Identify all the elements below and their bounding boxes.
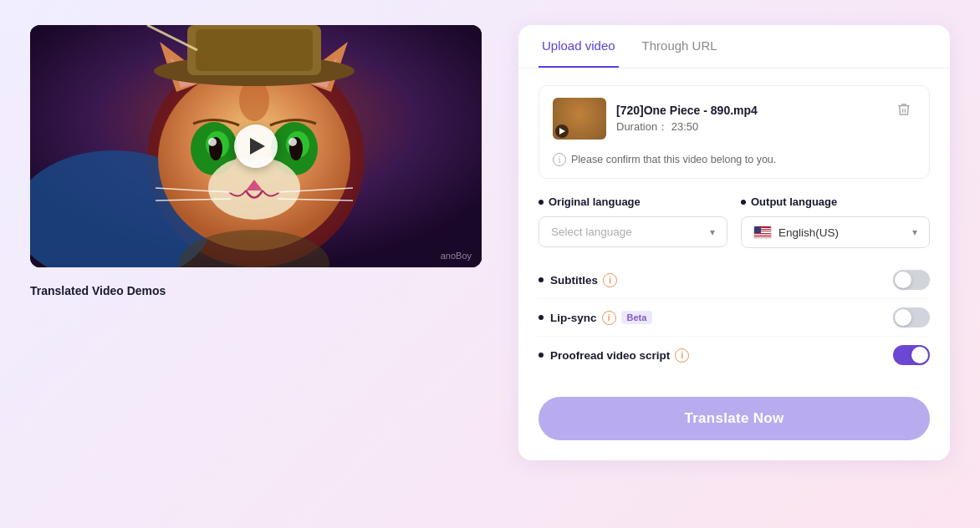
proofread-text: Proofread video script (550, 349, 670, 362)
thumb-play-triangle (559, 128, 565, 135)
file-thumbnail (553, 98, 606, 140)
tab-upload-video[interactable]: Upload video (538, 25, 619, 68)
original-language-col: Original language Select language ▾ (538, 195, 727, 248)
file-info: [720]One Piece - 890.mp4 Duration： 23:50 (616, 104, 882, 135)
proofread-info-icon[interactable]: i (675, 348, 689, 363)
right-panel: Upload video Through URL [720]One Piece … (518, 25, 950, 460)
translate-now-button[interactable]: Translate Now (538, 397, 930, 440)
lipsync-text: Lip-sync (550, 312, 597, 324)
left-panel: anoBoy Translated Video Demos (30, 25, 498, 460)
watermark: anoBoy (441, 251, 472, 261)
lipsync-label: Lip-sync i Beta (538, 311, 652, 325)
subtitles-toggle-knob (895, 272, 911, 288)
output-dot (741, 200, 746, 205)
lipsync-toggle-knob (895, 309, 911, 326)
lipsync-dot (538, 315, 544, 320)
svg-rect-25 (196, 29, 313, 71)
original-language-select[interactable]: Select language ▾ (538, 216, 727, 247)
output-language-label: Output language (741, 195, 930, 208)
lipsync-toggle[interactable] (893, 307, 930, 327)
chevron-down-output-icon: ▾ (912, 226, 917, 238)
svg-point-15 (208, 138, 217, 146)
tabs-bar: Upload video Through URL (518, 25, 950, 69)
file-duration: Duration： 23:50 (616, 119, 882, 135)
subtitles-dot (538, 277, 544, 282)
info-icon: i (553, 153, 566, 166)
original-dot (538, 200, 544, 205)
proofread-row: Proofread video script i (538, 337, 930, 373)
subtitles-info-icon[interactable]: i (603, 273, 617, 287)
flag-us-icon (753, 226, 772, 239)
lipsync-row: Lip-sync i Beta (538, 299, 930, 337)
delete-button[interactable] (892, 98, 916, 121)
subtitles-toggle[interactable] (893, 270, 930, 290)
beta-badge: Beta (621, 311, 653, 324)
original-language-label: Original language (538, 195, 727, 208)
trash-icon (896, 102, 911, 117)
play-button[interactable] (234, 124, 278, 168)
confirm-message: i Please confirm that this video belong … (553, 150, 916, 166)
output-value-row: English(US) (753, 226, 839, 239)
tab-through-url[interactable]: Through URL (639, 25, 721, 68)
output-language-select[interactable]: English(US) ▾ (741, 216, 930, 248)
language-section: Original language Select language ▾ Outp… (518, 179, 950, 248)
output-language-value: English(US) (778, 226, 839, 239)
original-label-text: Original language (549, 195, 641, 208)
video-player: anoBoy (30, 25, 482, 267)
proofread-dot (538, 353, 544, 358)
main-container: anoBoy Translated Video Demos Upload vid… (30, 17, 950, 460)
file-name: [720]One Piece - 890.mp4 (616, 104, 882, 117)
file-row: [720]One Piece - 890.mp4 Duration： 23:50 (553, 98, 916, 140)
confirm-text: Please confirm that this video belong to… (571, 154, 776, 165)
proofread-label: Proofread video script i (538, 348, 689, 363)
lipsync-info-icon[interactable]: i (602, 311, 616, 325)
output-label-text: Output language (751, 195, 837, 208)
translated-demos-label: Translated Video Demos (30, 284, 498, 297)
subtitles-text: Subtitles (550, 274, 598, 287)
file-card: [720]One Piece - 890.mp4 Duration： 23:50 (538, 85, 930, 179)
translate-section: Translate Now (518, 380, 950, 460)
subtitles-label: Subtitles i (538, 273, 617, 287)
subtitles-row: Subtitles i (538, 261, 930, 299)
proofread-toggle-knob (911, 347, 928, 363)
duration-value: 23:50 (671, 120, 699, 133)
duration-label: Duration： (616, 120, 668, 133)
output-language-col: Output language English(US) ▾ (741, 195, 930, 248)
play-icon (250, 138, 265, 155)
proofread-toggle[interactable] (893, 345, 930, 365)
file-section: [720]One Piece - 890.mp4 Duration： 23:50 (518, 69, 950, 179)
svg-point-16 (288, 138, 297, 146)
original-language-placeholder: Select language (551, 226, 632, 238)
options-section: Subtitles i Lip-sync i Beta (518, 248, 950, 373)
thumb-play-icon (555, 124, 569, 138)
chevron-down-icon: ▾ (710, 226, 715, 238)
language-row: Original language Select language ▾ Outp… (538, 195, 930, 248)
